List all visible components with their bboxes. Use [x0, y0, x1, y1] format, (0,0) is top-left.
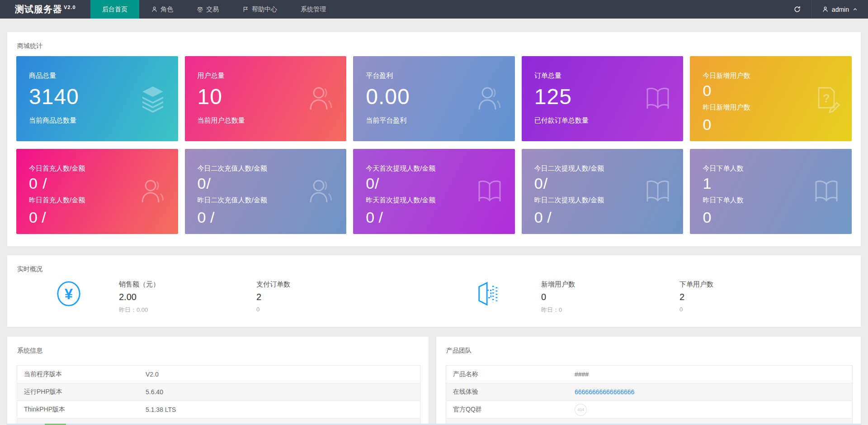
username: admin [832, 6, 849, 13]
card-label: 今日新增用户数 [703, 72, 750, 80]
card-label-2: 昨日新增用户数 [703, 103, 750, 112]
card-label: 平台盈利 [366, 72, 393, 80]
book-icon [812, 177, 841, 206]
svg-text:¥: ¥ [65, 286, 73, 302]
table-row: 在线体验 66666666666666666 [446, 383, 852, 401]
table-row: 当前程序版本 V2.0 [17, 366, 420, 383]
metric-new-users: 新增用户数 0 昨日：0 [541, 280, 575, 314]
brand-version: V2.0 [64, 5, 76, 10]
stat-card-total-products: 商品总量 3140 当前商品总数量 [16, 56, 178, 141]
card-subtitle: 当前平台盈利 [366, 116, 406, 125]
card-value: 1 [703, 175, 712, 192]
tab-label: 帮助中心 [252, 5, 277, 14]
system-info-table: 当前程序版本 V2.0 运行PHP版本 5.6.40 ThinkPHP版本 5.… [17, 365, 420, 425]
panel-title: 系统信息 [17, 347, 42, 355]
tab-system-settings[interactable]: 系统管理 [289, 0, 338, 19]
table-row: 官方QQ群 404 [446, 401, 852, 419]
brand: 测试服务器 V2.0 [0, 0, 90, 19]
row-value: 404 [575, 404, 852, 416]
user-icon [138, 177, 167, 206]
top-navbar: 测试服务器 V2.0 后台首页 角色 交易 帮助中心 系统管理 [0, 0, 868, 19]
card-value-2: 0 [703, 209, 711, 226]
table-row: 产品名称 #### [446, 366, 852, 383]
card-value: 125 [534, 84, 572, 109]
online-demo-link[interactable]: 66666666666666666 [575, 388, 634, 396]
refresh-icon[interactable] [783, 0, 811, 19]
card-label: 今日二次充值人数/金额 [198, 164, 267, 173]
panel-title: 产品团队 [446, 347, 472, 355]
panel-title: 商城统计 [17, 42, 42, 50]
row-value: V2.0 [146, 371, 420, 378]
main-nav: 后台首页 角色 交易 帮助中心 系统管理 [90, 0, 338, 19]
navbar-right: admin [783, 0, 868, 19]
tab-help-center[interactable]: 帮助中心 [231, 0, 289, 19]
caret-up-icon [852, 6, 858, 12]
tab-label: 系统管理 [301, 5, 326, 14]
stat-card-first-recharge: 今日首充人数/金额 0 / 昨日首充人数/金额 0 / [16, 149, 178, 234]
stat-card-total-users: 用户总量 10 当前用户总数量 [185, 56, 347, 141]
row-value: 5.1.38 LTS [146, 406, 420, 413]
card-value-2: 0 / [29, 209, 46, 226]
brand-title: 测试服务器 [15, 3, 62, 15]
mall-stats-panel: 商城统计 商品总量 3140 当前商品总数量 用户总量 10 当前用户总数量 平… [7, 32, 861, 247]
product-team-panel: 产品团队 产品名称 #### 在线体验 66666666666666666 官方… [436, 336, 861, 425]
card-label: 今日首充人数/金额 [29, 164, 85, 173]
book-icon [643, 177, 672, 206]
stat-card-total-orders: 订单总量 125 已付款订单总数量 [522, 56, 684, 141]
yen-circle-icon: ¥ [56, 281, 82, 307]
metric-value: 2.00 [119, 292, 160, 302]
row-value: #### [575, 371, 852, 378]
card-label-2: 昨日二次提现人数/金额 [534, 196, 604, 205]
stat-card-new-users: 今日新增用户数 0 昨日新增用户数 0 ? [690, 56, 852, 141]
card-value-2: 0 / [366, 209, 383, 226]
row-label: 当前程序版本 [17, 370, 146, 378]
stats-row-1: 商品总量 3140 当前商品总数量 用户总量 10 当前用户总数量 平台盈利 0… [16, 56, 852, 141]
tab-dashboard-home[interactable]: 后台首页 [90, 0, 139, 19]
tab-trade[interactable]: 交易 [185, 0, 231, 19]
card-value: 0 [703, 82, 712, 100]
card-subtitle: 当前用户总数量 [198, 116, 245, 125]
metric-value: 0 [541, 292, 575, 302]
card-value: 0/ [198, 175, 211, 192]
row-label: 运行PHP版本 [17, 388, 146, 396]
metric-label: 销售额（元） [119, 280, 160, 289]
card-value: 0 / [29, 175, 47, 192]
system-info-panel: 系统信息 当前程序版本 V2.0 运行PHP版本 5.6.40 ThinkPHP… [7, 336, 429, 425]
bottom-panels-row: 系统信息 当前程序版本 V2.0 运行PHP版本 5.6.40 ThinkPHP… [7, 336, 861, 425]
card-value: 0/ [366, 175, 379, 192]
user-icon [822, 6, 829, 13]
card-value: 0.00 [366, 84, 410, 109]
realtime-overview-panel: 实时概况 ¥ 销售额（元） 2.00 昨日：0.00 支付订单数 2 0 新增用… [7, 255, 861, 327]
metric-value: 2 [256, 292, 290, 302]
tab-roles[interactable]: 角色 [139, 0, 185, 19]
card-subtitle: 已付款订单总数量 [534, 116, 589, 125]
card-label-2: 昨日首充人数/金额 [29, 196, 85, 205]
card-label: 今天首次提现人数/金额 [366, 164, 435, 173]
tab-label: 角色 [160, 5, 173, 14]
card-label-2: 昨天首次提现人数/金额 [366, 196, 435, 205]
metric-label: 下单用户数 [679, 280, 713, 289]
tab-label: 后台首页 [102, 5, 127, 14]
card-label: 订单总量 [534, 72, 561, 80]
metric-sub: 昨日：0.00 [119, 306, 160, 314]
metric-label: 新增用户数 [541, 280, 575, 289]
card-label: 今日二次提现人数/金额 [534, 164, 604, 173]
stat-card-second-withdraw: 今日二次提现人数/金额 0/ 昨日二次提现人数/金额 0 / [522, 149, 684, 234]
stat-card-platform-profit: 平台盈利 0.00 当前平台盈利 [353, 56, 515, 141]
user-menu[interactable]: admin [812, 0, 868, 19]
user-icon [307, 84, 335, 113]
row-label: 产品名称 [446, 370, 575, 378]
card-label: 商品总量 [29, 72, 56, 80]
user-icon [475, 84, 504, 113]
card-label: 用户总量 [198, 72, 225, 80]
card-value-2: 0 / [198, 209, 215, 226]
stat-card-today-orders: 今日下单人数 1 昨日下单人数 0 [690, 149, 852, 234]
row-value: 66666666666666666 [575, 388, 852, 396]
qq-group-broken-image: 404 [575, 404, 587, 416]
svg-text:?: ? [823, 91, 830, 105]
book-icon [643, 84, 672, 113]
product-team-table: 产品名称 #### 在线体验 66666666666666666 官方QQ群 4… [446, 365, 853, 425]
user-icon [151, 6, 158, 13]
card-value-2: 0 [703, 116, 711, 134]
panel-title: 实时概况 [17, 265, 42, 273]
